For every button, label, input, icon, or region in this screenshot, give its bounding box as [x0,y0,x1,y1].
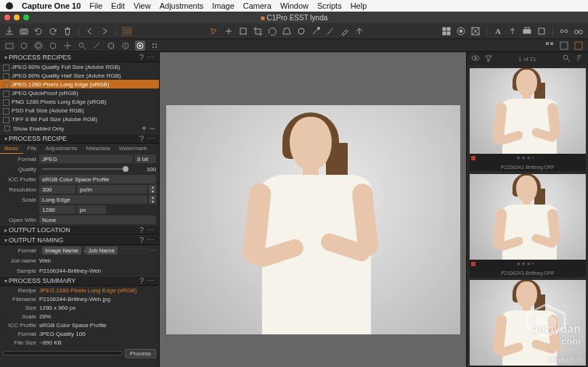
local-adjust-icon[interactable] [311,26,321,36]
localadj-tab-icon[interactable] [91,41,102,51]
naming-format-field[interactable]: Image Name-Job Name [39,246,149,255]
import-icon[interactable] [4,26,15,36]
browser-search-icon[interactable] [562,54,571,64]
menu-edit[interactable]: Edit [111,1,125,10]
library-tab-icon[interactable] [4,41,15,51]
copy-adjust-icon[interactable] [354,26,364,36]
undo-icon[interactable] [85,26,95,36]
keystone-tool-icon[interactable] [282,26,292,36]
output-tab-icon[interactable] [135,41,145,51]
viewer[interactable] [160,52,466,367]
add-recipe-icon[interactable]: + [142,123,147,133]
recipe-item[interactable]: JPEG QuickProof (sRGB) [0,88,159,97]
recipe-item-selected[interactable]: JPEG 1280 Pixels Long Edge (sRGB) [0,80,159,88]
thumb-flag-icon[interactable] [471,262,475,266]
menu-image[interactable]: Image [212,1,234,10]
tab-file[interactable]: File [23,144,41,154]
recipes-help-icon[interactable]: ? [139,53,144,62]
recipes-menu-icon[interactable]: ⋯ [147,53,155,62]
process-button[interactable]: Process [125,349,156,358]
recipe-menu-icon[interactable]: ⋯ [147,134,155,144]
naming-browse-icon[interactable]: ⋯ [150,247,156,254]
print-icon[interactable] [522,26,532,36]
adjustments-tab-icon[interactable] [106,41,116,51]
thumbnail[interactable]: ★★★+ · P2106241-Brittney.ORF [470,68,586,171]
eyedropper-tool-icon[interactable] [340,26,350,36]
capture-tab-icon[interactable] [19,41,29,51]
remove-recipe-icon[interactable]: − [150,123,155,133]
recipe-item[interactable]: PSD Full Size (Adobe RGB) [0,106,159,115]
trash-icon[interactable] [62,26,73,36]
apple-icon[interactable] [6,2,13,9]
spot-tool-icon[interactable] [296,26,306,36]
menu-camera[interactable]: Camera [243,1,271,10]
thumb-rating[interactable]: ★★★+ · [516,261,539,267]
recipe-item[interactable]: TIFF 8 Bit Full Size (Adobe RGB) [0,115,159,123]
resolution-unit-select[interactable]: px/in [77,185,147,194]
recipe-help-icon[interactable]: ? [139,134,144,143]
mask-view-icon[interactable] [456,26,466,36]
process-recipes-header[interactable]: ▾PROCESS RECIPES?⋯ [0,52,159,62]
slideshow-icon[interactable] [559,26,569,36]
browser-sort-icon[interactable] [575,54,584,64]
recipe-item[interactable]: PNG 1280 Pixels Long Edge (sRGB) [0,97,159,106]
crop-tool-icon[interactable] [253,26,263,36]
resolution-stepper[interactable]: ▴▾ [149,185,156,194]
capture-icon[interactable] [19,26,29,36]
show-enabled-checkbox[interactable] [4,125,10,131]
tab-watermark[interactable]: Watermark [115,144,152,154]
app-name[interactable]: Capture One 10 [22,1,81,10]
jobname-value[interactable]: Web [39,257,51,264]
browser-filter-icon[interactable] [484,54,493,64]
menu-file[interactable]: File [89,1,102,10]
zoom-icon[interactable] [23,15,29,20]
viewer-mode1-icon[interactable] [544,41,555,51]
viewer-mode2-icon[interactable] [559,41,569,51]
workspace-icon[interactable] [122,26,132,36]
export-icon[interactable] [507,26,518,36]
grid-view-icon[interactable] [441,26,452,36]
loupe-tool-icon[interactable] [238,26,248,36]
openwith-select[interactable]: None [39,215,156,224]
menu-window[interactable]: Window [280,1,309,10]
minimize-icon[interactable] [14,15,20,20]
menu-adjustments[interactable]: Adjustments [160,1,204,10]
browser-eye-icon[interactable] [471,54,480,64]
process-summary-header[interactable]: ▾PROCESS SUMMARY?⋯ [0,276,159,286]
icc-select[interactable]: sRGB Color Space Profile [39,175,156,184]
thumb-rating[interactable]: ★★★+ · [516,155,539,161]
reset-icon[interactable] [33,26,44,36]
batch-tab-icon[interactable] [150,41,160,51]
bitdepth-select[interactable]: 8 bit [134,154,156,163]
edit-with-icon[interactable] [536,26,547,36]
scale-value-input[interactable]: 1280 [39,205,75,214]
reset-all-icon[interactable] [48,26,58,36]
thumbnail-selected[interactable]: ★★★+ · P2106244-Brittney.ORF [470,280,586,367]
details-tab-icon[interactable] [77,41,87,51]
format-select[interactable]: JPEG [39,154,133,163]
metadata-tab-icon[interactable] [121,41,131,51]
rotate-tool-icon[interactable] [267,26,277,36]
process-recipe-header[interactable]: ▾PROCESS RECIPE?⋯ [0,133,159,144]
quality-value[interactable]: 100 [134,166,156,173]
output-location-header[interactable]: ▸OUTPUT LOCATION?⋯ [0,225,159,235]
resolution-input[interactable]: 300 [39,185,75,194]
exposure-tab-icon[interactable] [62,41,73,51]
scale-stepper[interactable]: ▴▾ [149,195,156,204]
thumbnail[interactable]: ★★★+ · P2106243-Brittney.ORF [470,174,586,277]
menu-scripts[interactable]: Scripts [317,1,342,10]
cursor-tool-icon[interactable] [209,26,219,36]
output-naming-header[interactable]: ▾OUTPUT NAMING?⋯ [0,235,159,245]
mac-menubar[interactable]: Capture One 10 File Edit View Adjustment… [0,0,588,12]
redo-icon[interactable] [99,26,110,36]
tab-metadata[interactable]: Metadata [81,144,114,154]
quality-slider[interactable] [42,168,128,170]
annotate-text-icon[interactable]: A [493,26,503,36]
menu-view[interactable]: View [134,1,151,10]
color-tab-icon[interactable] [48,41,58,51]
glasses-icon[interactable] [573,26,584,36]
proof-view-icon[interactable] [470,26,481,36]
window-controls[interactable] [4,15,29,20]
thumbnail-list[interactable]: ★★★+ · P2106241-Brittney.ORF ★★★+ · P210… [467,65,588,367]
brush-tool-icon[interactable] [325,26,335,36]
